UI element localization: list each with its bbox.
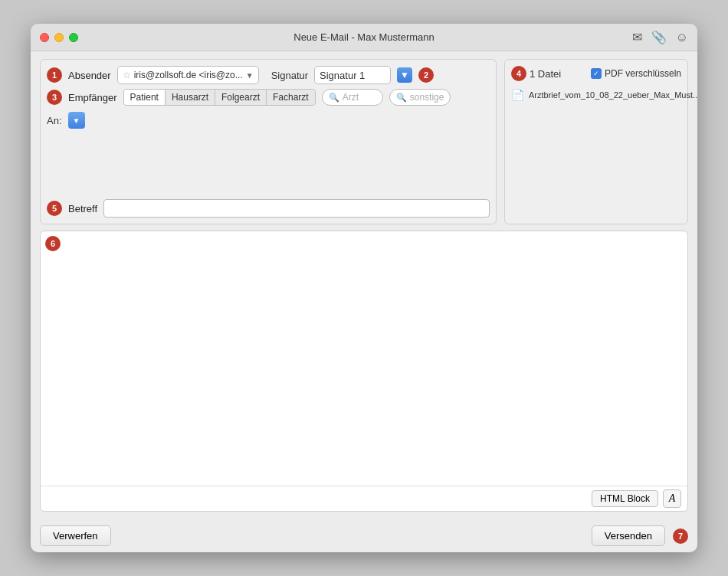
attachment-filename: Arztbrief_vom_10_08_22_ueber_Max_Must... xyxy=(529,90,697,100)
body-badge: 6 xyxy=(45,236,61,251)
chevron-down-icon: ▼ xyxy=(246,71,254,80)
pdf-encrypt-label: PDF verschlüsseln xyxy=(605,68,681,79)
close-button[interactable] xyxy=(40,33,49,42)
send-label: Versenden xyxy=(605,530,652,542)
font-button[interactable]: A xyxy=(663,489,681,508)
betreff-input[interactable] xyxy=(103,199,490,218)
sender-badge: 1 xyxy=(47,67,62,83)
right-panel: 4 1 Datei ✓ PDF verschlüsseln 📄 Arztbrie… xyxy=(504,59,688,224)
recipient-label: Empfänger xyxy=(68,92,117,103)
tab-facharzt[interactable]: Facharzt xyxy=(267,90,315,105)
sender-field[interactable]: ☆ iris@zollsoft.de <iris@zo... ▼ xyxy=(117,66,259,84)
body-footer: HTML Block A xyxy=(41,486,687,511)
send-button[interactable]: Versenden xyxy=(592,525,665,546)
chevron-down-icon: ▼ xyxy=(73,116,80,125)
html-block-button[interactable]: HTML Block xyxy=(592,490,658,507)
titlebar: Neue E-Mail - Max Mustermann ✉ 📎 ☺ xyxy=(31,24,697,51)
recipient-row: 3 Empfänger Patient Hausarzt Folgearzt F… xyxy=(47,89,490,106)
minimize-button[interactable] xyxy=(54,33,64,42)
discard-button[interactable]: Verwerfen xyxy=(40,525,111,546)
sender-value: iris@zollsoft.de <iris@zo... xyxy=(134,70,243,80)
to-row: An: ▼ xyxy=(47,112,490,129)
search-icon-2: 🔍 xyxy=(396,93,407,103)
attachment-badge: 4 xyxy=(511,66,526,81)
chevron-down-icon: ▼ xyxy=(400,70,409,80)
sender-label: Absender xyxy=(68,70,111,81)
search-arzt-field[interactable]: 🔍 Arzt xyxy=(322,89,383,106)
betreff-row: 5 Betreff xyxy=(47,199,490,218)
signature-label: Signatur xyxy=(271,70,308,81)
email-icon[interactable]: ✉ xyxy=(632,30,642,44)
smiley-icon[interactable]: ☺ xyxy=(676,31,688,44)
body-section: 6 HTML Block A xyxy=(40,231,688,512)
search-sonstige-placeholder: sonstige xyxy=(410,92,444,103)
attachment-icon[interactable]: 📎 xyxy=(651,30,667,44)
signature-value: Signatur 1 xyxy=(320,70,385,81)
search-arzt-placeholder: Arzt xyxy=(343,92,359,103)
recipient-area xyxy=(47,133,490,195)
search-sonstige-field[interactable]: 🔍 sonstige xyxy=(389,89,451,106)
window-title: Neue E-Mail - Max Mustermann xyxy=(293,31,435,43)
betreff-badge: 5 xyxy=(47,201,62,216)
pdf-encrypt-checkbox[interactable]: ✓ xyxy=(591,68,602,79)
file-count: 4 1 Datei xyxy=(511,66,561,81)
left-panel: 1 Absender ☆ iris@zollsoft.de <iris@zo..… xyxy=(40,59,497,224)
send-badge: 7 xyxy=(673,529,688,544)
file-count-label: 1 Datei xyxy=(530,68,561,80)
to-type-select[interactable]: ▼ xyxy=(68,112,85,129)
traffic-lights xyxy=(40,33,78,42)
maximize-button[interactable] xyxy=(69,33,78,42)
main-content: 1 Absender ☆ iris@zollsoft.de <iris@zo..… xyxy=(31,51,697,519)
pdf-icon: 📄 xyxy=(511,89,524,101)
pdf-encrypt-row: ✓ PDF verschlüsseln xyxy=(591,68,681,79)
email-compose-window: Neue E-Mail - Max Mustermann ✉ 📎 ☺ 1 Abs… xyxy=(31,24,697,552)
recipient-badge: 3 xyxy=(47,90,62,105)
signature-dropdown-button[interactable]: ▼ xyxy=(397,67,412,83)
toolbar-icons: ✉ 📎 ☺ xyxy=(632,30,688,44)
recipient-tabs: Patient Hausarzt Folgearzt Facharzt xyxy=(123,89,316,106)
tab-hausarzt[interactable]: Hausarzt xyxy=(166,90,215,105)
betreff-label: Betreff xyxy=(68,203,97,214)
signature-select[interactable]: Signatur 1 xyxy=(314,66,391,84)
search-icon: 🔍 xyxy=(329,93,339,103)
signature-badge: 2 xyxy=(418,67,434,83)
file-count-row: 4 1 Datei ✓ PDF verschlüsseln xyxy=(511,66,681,81)
top-section: 1 Absender ☆ iris@zollsoft.de <iris@zo..… xyxy=(40,59,688,224)
tab-patient[interactable]: Patient xyxy=(124,90,166,105)
body-textarea[interactable] xyxy=(41,231,687,486)
to-label: An: xyxy=(47,115,62,126)
star-icon: ☆ xyxy=(123,70,131,80)
to-input[interactable] xyxy=(91,115,490,126)
sender-row: 1 Absender ☆ iris@zollsoft.de <iris@zo..… xyxy=(47,66,490,84)
bottom-bar: Verwerfen Versenden 7 xyxy=(31,519,697,552)
attachment-item: 📄 Arztbrief_vom_10_08_22_ueber_Max_Must.… xyxy=(511,86,681,104)
tab-folgearzt[interactable]: Folgearzt xyxy=(215,90,267,105)
